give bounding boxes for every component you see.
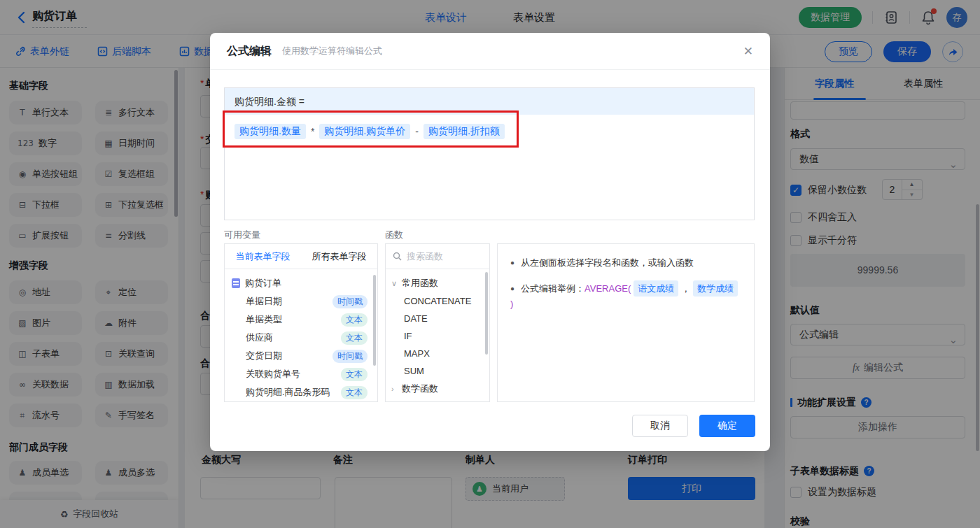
variable-item[interactable]: 交货日期 时间戳 bbox=[225, 347, 377, 365]
tab-current-form-fields[interactable]: 当前表单字段 bbox=[225, 244, 301, 269]
variable-name: 单据日期 bbox=[246, 295, 332, 308]
bullet-icon: ● bbox=[510, 281, 514, 296]
example-function-close: ) bbox=[510, 297, 513, 311]
example-field-chip: 语文成绩 bbox=[634, 280, 678, 297]
formula-token[interactable]: 购货明细.数量 bbox=[234, 124, 306, 139]
formula-editor-modal: 公式编辑 使用数学运算符编辑公式 ✕ 购货明细.金额 = 购货明细.数量*购货明… bbox=[210, 33, 770, 451]
formula-token[interactable]: - bbox=[415, 126, 419, 137]
variables-root-node[interactable]: 购货订单 bbox=[225, 274, 377, 292]
variable-name: 关联购货单号 bbox=[246, 368, 341, 380]
variable-type-badge: 时间戳 bbox=[332, 295, 368, 308]
functions-label: 函数 bbox=[385, 229, 403, 241]
formula-token[interactable]: 购货明细.购货单价 bbox=[319, 124, 410, 139]
chevron-down-icon: ∨ bbox=[391, 279, 398, 288]
example-field-chip: 数学成绩 bbox=[693, 280, 738, 297]
variables-tabs: 当前表单字段 所有表单字段 bbox=[225, 244, 377, 269]
function-tree: ∨ 常用函数 CONCATENATEDATEIFMAPXSUM › 数学函数 ›… bbox=[386, 269, 489, 402]
variable-name: 交货日期 bbox=[246, 350, 332, 362]
formula-expression[interactable]: 购货明细.数量*购货明细.购货单价-购货明细.折扣额 bbox=[225, 115, 754, 148]
hints-panel: ● 从左侧面板选择字段名和函数，或输入函数 ● 公式编辑举例： AVERAGE(… bbox=[497, 243, 755, 402]
variable-item[interactable]: 购货明细.商品条形码 文本 bbox=[225, 383, 377, 401]
search-placeholder: 搜索函数 bbox=[407, 250, 443, 263]
formula-token[interactable]: 购货明细.折扣额 bbox=[424, 124, 505, 139]
function-item[interactable]: SUM bbox=[386, 362, 489, 380]
variables-panel: 当前表单字段 所有表单字段 购货订单 单据日期 时间戳 单据类型 文本 bbox=[224, 243, 378, 402]
formula-token[interactable]: * bbox=[311, 126, 314, 137]
hint-line-1: ● 从左侧面板选择字段名和函数，或输入函数 bbox=[510, 255, 741, 270]
variables-field-list: 单据日期 时间戳 单据类型 文本 供应商 文本 交货日期 时间戳 关联购 bbox=[225, 292, 377, 401]
variables-root-label: 购货订单 bbox=[245, 277, 281, 290]
modal-subtitle: 使用数学运算符编辑公式 bbox=[282, 45, 382, 57]
functions-panel: 搜索函数 ∨ 常用函数 CONCATENATEDATEIFMAPXSUM › 数… bbox=[385, 243, 490, 402]
app-window: 购货订单 表单设计 表单设置 数据管理 存 表单外链 bbox=[0, 0, 980, 528]
variable-item[interactable]: 供应商 文本 bbox=[225, 329, 377, 347]
functions-scrollbar[interactable] bbox=[485, 272, 488, 355]
variable-item[interactable]: 单据日期 时间戳 bbox=[225, 292, 377, 311]
close-icon[interactable]: ✕ bbox=[743, 44, 753, 59]
hint-line-2: ● 公式编辑举例： AVERAGE( 语文成绩 ， 数学成绩 ) bbox=[510, 280, 741, 311]
variables-tree: 购货订单 单据日期 时间戳 单据类型 文本 供应商 文本 bbox=[225, 269, 377, 401]
variables-scrollbar[interactable] bbox=[373, 275, 376, 366]
function-group-text[interactable]: › 文本函数 bbox=[386, 398, 489, 402]
chevron-right-icon: › bbox=[391, 385, 398, 393]
variable-type-badge: 文本 bbox=[341, 368, 368, 381]
variable-item[interactable]: 单据类型 文本 bbox=[225, 311, 377, 329]
modal-title: 公式编辑 bbox=[227, 44, 272, 59]
variables-label: 可用变量 bbox=[224, 229, 260, 241]
bullet-icon: ● bbox=[510, 255, 514, 270]
function-group-math[interactable]: › 数学函数 bbox=[386, 380, 489, 398]
tab-all-form-fields[interactable]: 所有表单字段 bbox=[301, 244, 377, 269]
formula-editor[interactable]: 购货明细.金额 = 购货明细.数量*购货明细.购货单价-购货明细.折扣额 bbox=[224, 87, 755, 220]
variable-name: 供应商 bbox=[246, 331, 341, 344]
variable-type-badge: 时间戳 bbox=[332, 350, 368, 363]
variable-type-badge: 文本 bbox=[341, 313, 368, 327]
cancel-button[interactable]: 取消 bbox=[632, 415, 688, 437]
variable-type-badge: 文本 bbox=[341, 386, 368, 399]
formula-target: 购货明细.金额 = bbox=[225, 88, 754, 115]
function-item[interactable]: DATE bbox=[386, 310, 489, 327]
function-item[interactable]: CONCATENATE bbox=[386, 292, 489, 310]
variable-name: 单据类型 bbox=[246, 313, 341, 326]
form-doc-icon bbox=[232, 278, 240, 288]
confirm-button[interactable]: 确定 bbox=[699, 415, 755, 437]
variable-name: 购货明细.商品条形码 bbox=[246, 386, 341, 399]
function-list: CONCATENATEDATEIFMAPXSUM bbox=[386, 292, 489, 380]
function-item[interactable]: MAPX bbox=[386, 345, 489, 362]
function-item[interactable]: IF bbox=[386, 327, 489, 345]
example-function-open: AVERAGE( bbox=[584, 281, 631, 296]
modal-header: 公式编辑 使用数学运算符编辑公式 ✕ bbox=[210, 33, 770, 70]
variable-item[interactable]: 关联购货单号 文本 bbox=[225, 365, 377, 383]
variable-type-badge: 文本 bbox=[341, 331, 368, 345]
search-icon bbox=[393, 252, 402, 261]
function-search[interactable]: 搜索函数 bbox=[386, 244, 489, 269]
function-group-common[interactable]: ∨ 常用函数 bbox=[386, 274, 489, 292]
